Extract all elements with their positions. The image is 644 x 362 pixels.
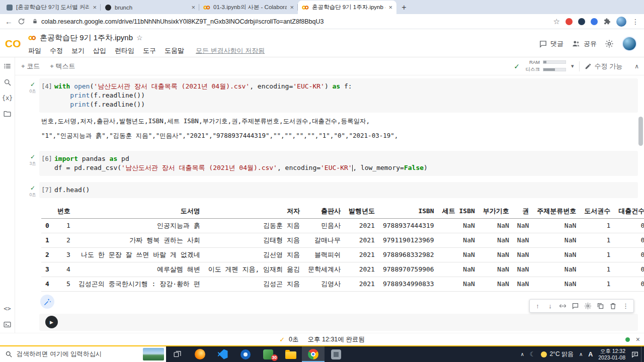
execution-count[interactable]: [7] [39, 186, 54, 195]
extension-icon[interactable] [566, 18, 573, 25]
windows-search-box[interactable]: 검색하려면 여기에 입력하십시 [0, 346, 166, 362]
browser-tab[interactable]: brunch × [101, 1, 199, 14]
table-row: 12가짜 행복 권하는 사회김태형 지음갈매나무2021979119012396… [41, 233, 644, 247]
edit-mode-button[interactable]: 수정 가능 [585, 62, 623, 71]
execution-count[interactable]: [6] [39, 154, 54, 172]
chevron-down-icon[interactable]: ▾ [571, 63, 574, 69]
column-header: 도서명 [74, 204, 204, 219]
empty-code-cell[interactable]: ▶ [15, 314, 638, 331]
more-actions-icon[interactable]: ⋮ [620, 301, 631, 311]
chrome-icon[interactable] [302, 346, 325, 362]
file-explorer-icon[interactable] [279, 346, 302, 362]
delete-cell-icon[interactable] [607, 301, 619, 311]
disk-meter [543, 68, 566, 71]
table-of-contents-icon[interactable] [3, 62, 12, 70]
tab-close-icon[interactable]: × [191, 4, 195, 11]
link-cell-icon[interactable] [557, 301, 569, 311]
column-header: 부가기호 [479, 204, 513, 219]
share-button[interactable]: 공유 [572, 39, 597, 48]
app-window-icon[interactable] [325, 346, 347, 362]
menu-insert[interactable]: 삽입 [93, 46, 106, 55]
tab-close-icon[interactable]: × [93, 4, 97, 11]
close-status-icon[interactable]: × [636, 335, 640, 343]
terminal-icon[interactable] [3, 320, 12, 329]
menu-view[interactable]: 보기 [71, 46, 85, 55]
tray-expand-icon[interactable]: ∧ [520, 351, 524, 357]
code-cell[interactable]: ✓ 0초 [4] with open('남산도서관 장서 대출목록 (2021년… [15, 78, 638, 113]
extensions-puzzle-icon[interactable] [603, 18, 611, 25]
notebook-title[interactable]: 혼공학습단 9기 1주차.ipynb [40, 33, 133, 43]
browser-app-icon[interactable] [234, 346, 257, 362]
browser-tab[interactable]: [혼공학습단 9기] 도서별 커리큘 × [2, 1, 101, 14]
system-tray: ∧ ☾ 2°C 맑음 ∧ A 오후 12:32 2023-01-08 [516, 346, 641, 362]
suggest-charts-button[interactable] [40, 295, 54, 309]
comment-cell-icon[interactable] [570, 301, 581, 311]
menu-tools[interactable]: 도구 [143, 46, 156, 55]
star-icon[interactable]: ☆ [136, 34, 143, 42]
browser-tab-bar: [혼공학습단 9기] 도서별 커리큘 × brunch × 01-3.ipynb… [0, 0, 644, 14]
cell-output: 번호,도서명,저자,출판사,발행년도,ISBN,세트 ISBN,부가기호,권,주… [41, 118, 637, 140]
executed-check-icon: ✓ [30, 153, 35, 160]
tab-close-icon[interactable]: × [388, 4, 392, 11]
code-editor[interactable]: df.head() [54, 186, 90, 195]
menu-bar: 파일 수정 보기 삽입 런타임 도구 도움말 모든 변경사항이 저장됨 [28, 45, 539, 57]
menu-help[interactable]: 도움말 [165, 46, 184, 55]
task-view-button[interactable] [166, 346, 189, 362]
browser-menu-icon[interactable]: ⋮ [632, 18, 639, 26]
run-cell-button[interactable]: ▶ [45, 316, 58, 328]
ime-indicator[interactable]: A [588, 351, 593, 358]
account-avatar[interactable] [622, 36, 637, 51]
executed-check-icon: ✓ [30, 81, 35, 88]
save-status[interactable]: 모든 변경사항이 저장됨 [196, 46, 265, 55]
people-icon [572, 39, 581, 48]
url-bar[interactable]: colab.research.google.com/drive/11bNhNhU… [30, 18, 548, 25]
new-tab-button[interactable]: + [397, 1, 411, 14]
clock[interactable]: 오후 12:32 2023-01-08 [598, 348, 625, 360]
menu-runtime[interactable]: 런타임 [115, 46, 134, 55]
resource-monitor[interactable]: RAM 디스크 [525, 59, 566, 73]
move-cell-down-icon[interactable]: ↓ [544, 301, 556, 311]
files-icon[interactable] [3, 110, 12, 118]
move-cell-up-icon[interactable]: ↑ [532, 301, 543, 311]
copy-cell-icon[interactable] [595, 301, 606, 311]
clock-time: 오후 12:32 [600, 348, 625, 354]
add-text-button[interactable]: + 텍스트 [50, 62, 75, 71]
tab-close-icon[interactable]: × [290, 4, 294, 11]
add-code-button[interactable]: + 코드 [21, 62, 40, 71]
menu-file[interactable]: 파일 [28, 46, 41, 55]
search-icon[interactable] [4, 78, 12, 86]
code-cell[interactable]: ✓ 0초 [7] df.head() [15, 182, 638, 198]
execution-count[interactable]: [4] [39, 82, 54, 109]
back-icon[interactable]: ← [5, 17, 13, 26]
vscode-icon[interactable] [211, 346, 234, 362]
search-highlight-image[interactable] [143, 348, 164, 360]
settings-gear-icon[interactable] [605, 39, 614, 48]
collapse-header-icon[interactable]: ∧ [634, 63, 639, 70]
code-editor[interactable]: with open('남산도서관 장서 대출목록 (2021년 04월).csv… [54, 82, 352, 109]
browser-tab[interactable]: 01-3.ipynb의 사본 - Colaborato × [199, 1, 298, 14]
action-center-icon[interactable] [631, 350, 639, 358]
firefox-icon[interactable] [189, 346, 211, 362]
clock-date: 2023-01-08 [598, 354, 625, 361]
code-cell[interactable]: ✓ 3초 [6] import pandas as pddf = pd.read… [15, 151, 638, 176]
variables-icon[interactable]: {x} [2, 95, 13, 102]
browser-profile-avatar[interactable] [616, 17, 626, 27]
browser-tab-active[interactable]: 혼공학습단 9기 1주차.ipynb - C × [298, 1, 396, 14]
colab-logo[interactable]: CO [5, 31, 28, 57]
scrollbar-thumb[interactable] [638, 117, 643, 146]
comment-icon [539, 40, 547, 48]
code-editor[interactable]: import pandas as pddf = pd.read_csv('남산도… [54, 154, 428, 172]
tray-caret-icon[interactable]: ∧ [579, 351, 583, 357]
refresh-icon[interactable] [18, 18, 25, 25]
bookmark-star-icon[interactable]: ☆ [553, 17, 560, 26]
notebook-scroll-area[interactable]: ✓ 0초 [4] with open('남산도서관 장서 대출목록 (2021년… [15, 75, 644, 333]
comments-button[interactable]: 댓글 [539, 39, 564, 48]
code-snippets-icon[interactable]: <> [4, 305, 11, 312]
weather-widget[interactable]: 2°C 맑음 [541, 350, 573, 358]
extension-icon[interactable] [578, 18, 585, 25]
show-desktop-button[interactable] [641, 346, 644, 362]
messenger-icon[interactable]: 30 [257, 346, 279, 362]
extension-icon[interactable] [591, 18, 598, 25]
menu-edit[interactable]: 수정 [50, 46, 63, 55]
cell-settings-gear-icon[interactable] [582, 301, 594, 311]
